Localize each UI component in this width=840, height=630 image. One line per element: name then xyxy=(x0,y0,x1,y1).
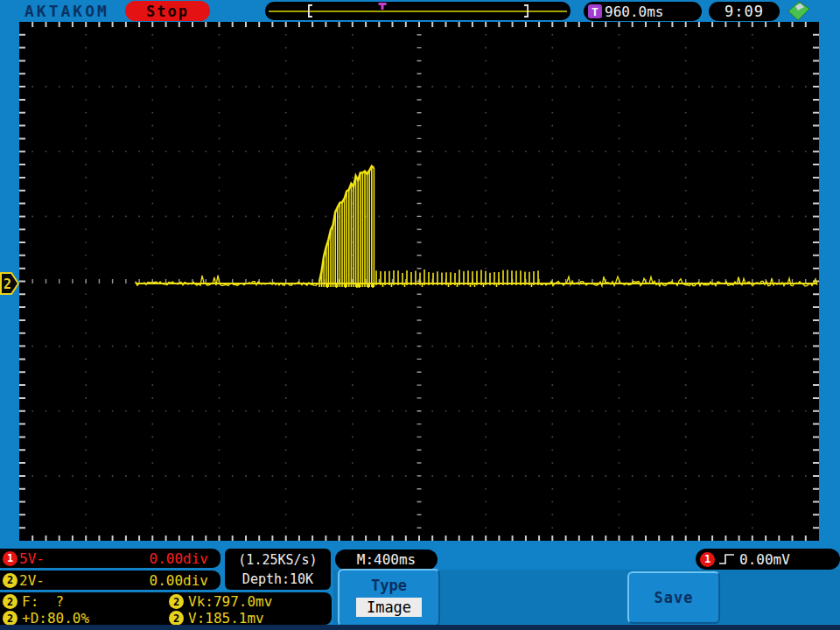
memory-depth: Depth:10K xyxy=(242,570,313,589)
trigger-t-icon: T xyxy=(588,4,602,18)
graticule-and-trace xyxy=(19,22,819,541)
horizontal-position-bar[interactable] xyxy=(265,2,570,20)
ch2-badge-icon: 2 xyxy=(3,573,18,588)
timebase-readout: M:400ms xyxy=(335,550,438,570)
bottom-bezel-strip xyxy=(0,625,840,630)
storage-icon xyxy=(787,1,811,21)
ch1-scale: 5V- xyxy=(19,550,45,567)
type-button[interactable]: Type Image xyxy=(338,569,440,626)
measurement-vk: 2 Vk:797.0mv xyxy=(169,593,332,610)
clock-readout: 9:09 xyxy=(709,2,780,21)
ch1-offset: 0.00div xyxy=(150,550,208,567)
trigger-readout: 1 0.00mV xyxy=(696,549,840,570)
meas-ch-badge-icon: 2 xyxy=(169,594,184,609)
meas-ch-badge-icon: 2 xyxy=(169,611,184,626)
channel2-marker-label: 2 xyxy=(4,276,11,292)
meas-ch-badge-icon: 2 xyxy=(3,611,18,626)
meas-text: F: ? xyxy=(22,593,64,610)
measurements-box: 2 F: ? 2 Vk:797.0mv 2 +D:80.0% 2 V:185.1… xyxy=(0,592,332,625)
type-button-label: Type xyxy=(371,577,407,594)
trigger-level: 0.00mV xyxy=(739,551,790,568)
ch2-offset: 0.00div xyxy=(150,572,208,589)
measurement-frequency: 2 F: ? xyxy=(3,593,169,610)
save-button-label: Save xyxy=(654,589,694,606)
meas-text: Vk:797.0mv xyxy=(188,593,272,610)
trigger-time-readout: T 960.0ms xyxy=(584,2,702,21)
trigger-source-badge-icon: 1 xyxy=(700,552,715,567)
ch1-readout: 1 5V- 0.00div xyxy=(0,549,220,568)
oscilloscope-screen: AKTAKOM Stop T 960.0ms 9:09 2 1 5V- 0.00… xyxy=(0,0,840,630)
trigger-time-value: 960.0ms xyxy=(605,4,663,20)
ch2-readout: 2 2V- 0.00div xyxy=(0,570,220,590)
meas-ch-badge-icon: 2 xyxy=(3,594,18,609)
channel2-position-marker[interactable]: 2 xyxy=(0,272,20,296)
acquisition-readout: (1.25KS/s) Depth:10K xyxy=(225,549,331,590)
waveform-display xyxy=(19,22,819,541)
run-state-badge: Stop xyxy=(125,1,210,21)
ch2-scale: 2V- xyxy=(19,572,45,589)
sample-rate: (1.25KS/s) xyxy=(238,550,317,570)
type-button-value: Image xyxy=(356,598,422,617)
rising-edge-icon xyxy=(718,551,736,567)
save-button[interactable]: Save xyxy=(627,571,720,624)
record-window-indicator xyxy=(265,2,570,20)
brand-logo: AKTAKOM xyxy=(24,2,109,20)
ch1-badge-icon: 1 xyxy=(3,551,18,566)
